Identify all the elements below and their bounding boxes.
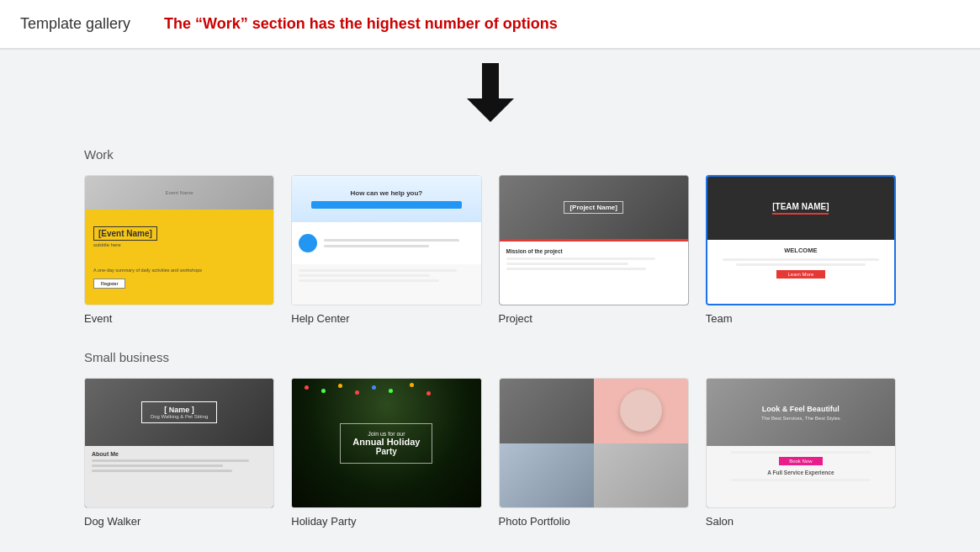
salon-bottom: Book Now A Full Service Experience [707,446,895,508]
event-bottom-section: A one-day summary of daily activities an… [85,264,273,305]
help-circle-icon [299,234,317,252]
template-item-project[interactable]: [Project Name] Mission of the project Pr… [499,175,689,325]
team-top: [TEAM NAME] [707,177,894,240]
project-bottom: Mission of the project [500,242,688,305]
light-yellow-2 [410,383,414,387]
help-bottom-line-2 [299,274,430,277]
template-label-team: Team [706,312,896,325]
annotation-text: The “Work” section has the highest numbe… [164,15,558,33]
template-thumb-project: [Project Name] Mission of the project [499,175,689,305]
arrow-down-icon [467,63,514,122]
small-business-template-grid: [ Name ] Dog Walking & Pet Sitting About… [84,378,896,528]
template-label-event: Event [84,312,274,325]
photo-img-4 [594,443,688,508]
photo-cell-3 [500,443,594,508]
holiday-bg: Join us for our Annual Holiday Party [292,379,480,507]
project-top: [Project Name] [500,176,688,239]
project-name-label: [Project Name] [564,201,622,214]
event-desc: A one-day summary of daily activities an… [93,268,265,273]
photo-cell-4 [594,443,688,508]
salon-desc-label: A Full Service Experience [767,470,834,475]
event-img-placeholder: Event Name [166,190,193,195]
help-search-bar [311,201,462,209]
event-name-label: [Event Name] [93,226,157,241]
dog-name-box: [ Name ] Dog Walking & Pet Sitting [141,401,217,423]
photo-cell-1 [500,379,594,443]
event-cta-button[interactable]: Register [93,279,125,289]
dog-line-3 [92,470,232,472]
project-line-2 [506,263,629,265]
dog-service-label: Dog Walking & Pet Sitting [151,414,208,419]
event-top-image: Event Name [85,176,273,210]
template-label-help-center: Help Center [291,312,481,325]
salon-title: Look & Feel Beautiful [762,405,840,413]
template-label-salon: Salon [706,515,896,528]
light-yellow-1 [338,384,342,388]
help-lines [324,239,474,247]
photo-img-1 [500,379,594,443]
project-line-1 [506,257,655,260]
team-name-label: [TEAM NAME] [772,202,829,215]
light-red-2 [355,390,359,395]
svg-rect-0 [482,63,499,98]
template-item-team[interactable]: [TEAM NAME] WELCOME Learn More Team [706,175,896,325]
light-red-1 [305,385,309,390]
team-line-2 [736,263,866,266]
team-cta-button[interactable]: Learn More [776,270,826,279]
photo-cell-2 [594,379,688,443]
dog-about-title: About Me [92,451,267,457]
team-line-1 [723,258,879,261]
template-thumb-event: Event Name [Event Name] subtitle here A … [84,175,274,305]
template-thumb-photo-portfolio [499,378,689,508]
photo-grid [500,379,688,507]
dog-business-name: [ Name ] [151,406,208,414]
template-label-holiday-party: Holiday Party [291,515,481,528]
work-template-grid: Event Name [Event Name] subtitle here A … [84,175,896,325]
template-thumb-salon: Look & Feel Beautiful The Best Services,… [706,378,896,508]
page-title: Template gallery [20,15,130,33]
dog-top: [ Name ] Dog Walking & Pet Sitting [85,379,273,446]
template-label-photo-portfolio: Photo Portfolio [499,515,689,528]
salon-cta-button[interactable]: Book Now [779,457,822,465]
salon-line-1 [731,451,871,454]
photo-circle-obj [620,390,662,432]
arrow-container [0,63,980,122]
template-thumb-dog-walker: [ Name ] Dog Walking & Pet Sitting About… [84,378,274,508]
holiday-join-text: Join us for our [352,431,420,437]
work-section-title: Work [84,147,896,162]
team-bottom: WELCOME Learn More [707,240,894,305]
event-mid-section: [Event Name] subtitle here [85,210,273,264]
template-item-holiday-party[interactable]: Join us for our Annual Holiday Party Hol… [291,378,481,528]
holiday-party-text: Party [352,447,420,456]
work-section: Work Event Name [Event Name] subtitle he… [84,147,896,325]
help-line-1 [324,239,458,242]
salon-top: Look & Feel Beautiful The Best Services,… [707,379,895,446]
salon-line-2 [731,479,871,481]
help-line-2 [324,245,429,247]
event-subtitle: subtitle here [93,242,121,247]
main-content: Work Event Name [Event Name] subtitle he… [0,122,980,552]
template-label-dog-walker: Dog Walker [84,515,274,528]
help-top: How can we help you? [292,176,480,222]
svg-marker-1 [467,98,514,122]
help-bottom [292,264,480,305]
template-item-photo-portfolio[interactable]: Photo Portfolio [499,378,689,528]
dog-bottom: About Me [85,446,273,508]
project-mission-label: Mission of the project [506,248,681,254]
template-item-help-center[interactable]: How can we help you? [291,175,481,325]
dog-line-2 [92,464,223,467]
template-item-dog-walker[interactable]: [ Name ] Dog Walking & Pet Sitting About… [84,378,274,528]
help-center-title: How can we help you? [350,189,422,197]
salon-subtitle: The Best Services, The Best Styles [761,416,840,421]
holiday-text-box: Join us for our Annual Holiday Party [340,423,432,464]
dog-line-1 [92,459,249,462]
template-thumb-team: [TEAM NAME] WELCOME Learn More [706,175,896,305]
template-item-event[interactable]: Event Name [Event Name] subtitle here A … [84,175,274,325]
help-bottom-line-3 [299,279,439,282]
light-green-1 [321,389,326,393]
team-welcome-label: WELCOME [784,247,817,254]
small-business-section-title: Small business [84,350,896,364]
light-blue-1 [372,385,376,390]
photo-img-3 [500,443,594,508]
template-item-salon[interactable]: Look & Feel Beautiful The Best Services,… [706,378,896,528]
